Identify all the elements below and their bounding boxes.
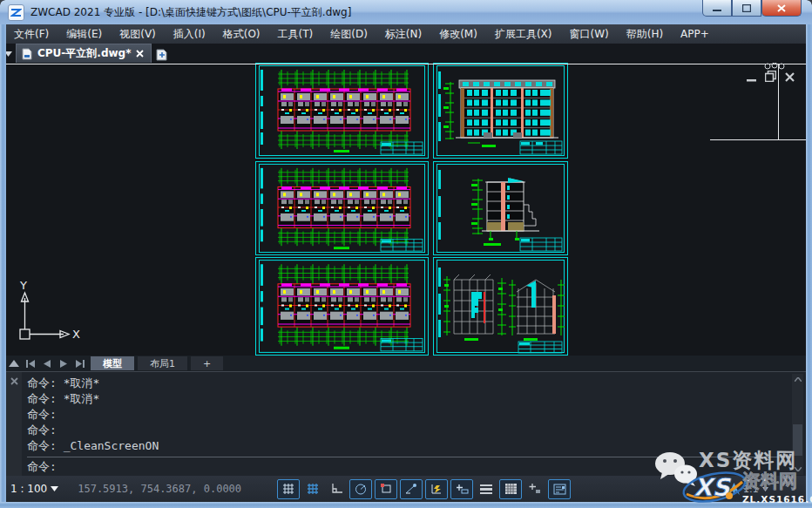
- coordinates-readout: 157.5913, 754.3687, 0.0000: [78, 483, 241, 495]
- annotation-person-icon: [728, 483, 740, 495]
- document-tab-label: CPU-平立剖.dwg*: [37, 46, 131, 61]
- menu-window[interactable]: 窗口(W): [560, 25, 617, 44]
- command-line: 命令:: [27, 423, 787, 438]
- viewport-scale-value: 1 : 100: [10, 483, 47, 495]
- document-tab-active[interactable]: CPU-平立剖.dwg*: [16, 44, 152, 63]
- quick-properties-toggle-icon[interactable]: [524, 480, 545, 498]
- transparency-toggle-icon[interactable]: [499, 479, 522, 499]
- menu-modify[interactable]: 修改(M): [430, 25, 486, 44]
- window-border-right: [806, 24, 812, 502]
- menu-file[interactable]: 文件(F): [5, 25, 58, 44]
- menu-view[interactable]: 视图(V): [111, 25, 165, 44]
- window-title: ZWCAD 2021 专业版 - [D:\桌面快捷键方式\图纸\CPU-平立剖.…: [30, 5, 351, 20]
- window-border-left: [0, 24, 6, 502]
- ortho-toggle-icon[interactable]: [326, 480, 347, 498]
- polar-toggle-icon[interactable]: [349, 479, 372, 499]
- zwcad-logo-icon: [8, 4, 24, 21]
- close-button[interactable]: [761, 0, 802, 17]
- command-separator: [27, 457, 787, 457]
- grid-toggle-icon[interactable]: [302, 480, 323, 498]
- last-tab-icon[interactable]: [72, 357, 87, 369]
- panel-floor-plan-2: [255, 161, 429, 255]
- osnap-toggle-icon[interactable]: [375, 479, 397, 499]
- svg-text:X: X: [72, 328, 80, 341]
- document-tab-bar: CPU-平立剖.dwg*: [0, 44, 812, 63]
- menu-edit[interactable]: 编辑(E): [58, 25, 111, 44]
- panel-front-elevation: [433, 63, 568, 159]
- scale-dropdown-icon: [51, 486, 58, 491]
- panel-stair-sections: [433, 257, 568, 356]
- snap-toggle-icon[interactable]: [277, 479, 300, 499]
- workspace-toggle-icon[interactable]: [548, 479, 571, 499]
- expand-tabs-icon[interactable]: [6, 357, 21, 369]
- menu-insert[interactable]: 插入(I): [165, 25, 214, 44]
- tab-add-layout[interactable]: +: [191, 356, 223, 370]
- prev-tab-icon[interactable]: [39, 357, 54, 369]
- mdi-minimize-icon[interactable]: [745, 71, 758, 82]
- scroll-up-icon[interactable]: [792, 374, 803, 385]
- title-bar[interactable]: ZWCAD 2021 专业版 - [D:\桌面快捷键方式\图纸\CPU-平立剖.…: [0, 0, 812, 25]
- tab-layout1[interactable]: 布局1: [138, 356, 187, 370]
- zwcad-window: ZWCAD 2021 专业版 - [D:\桌面快捷键方式\图纸\CPU-平立剖.…: [0, 0, 812, 508]
- mdi-close-icon[interactable]: [783, 71, 796, 82]
- menu-help[interactable]: 帮助(H): [618, 25, 672, 44]
- menu-bar: 文件(F) 编辑(E) 视图(V) 插入(I) 格式(O) 工具(T) 绘图(D…: [0, 24, 812, 44]
- command-scrollbar[interactable]: [792, 374, 803, 475]
- menu-tools[interactable]: 工具(T): [269, 25, 322, 44]
- command-line: 命令: *取消*: [27, 376, 787, 391]
- svg-text:Y: Y: [19, 279, 27, 292]
- crosshair-horizontal-line: [6, 64, 806, 64]
- otrack-toggle-icon[interactable]: [400, 479, 423, 499]
- scrollbar-thumb[interactable]: [793, 424, 802, 456]
- command-line: 命令: *取消*: [27, 391, 787, 407]
- command-window-strip: [6, 372, 22, 477]
- panel-floor-plan-3: [255, 257, 429, 356]
- mdi-window-controls: [745, 71, 796, 82]
- drawing-canvas[interactable]: Y X: [6, 63, 806, 356]
- command-line: 命令:: [27, 407, 787, 423]
- new-tab-button[interactable]: [152, 45, 173, 63]
- annotation-dropdown-icon: [762, 487, 768, 491]
- menu-format[interactable]: 格式(O): [214, 25, 269, 44]
- viewport-scale-control[interactable]: 1 : 100: [10, 483, 58, 495]
- panel-floor-plan-1: [255, 63, 429, 159]
- command-window[interactable]: 命令: *取消* 命令: *取消* 命令: 命令: 命令: _CleanScre…: [6, 371, 806, 477]
- command-history: 命令: *取消* 命令: *取消* 命令: 命令: 命令: _CleanScre…: [27, 376, 787, 475]
- grip-circles-icon: [764, 63, 787, 70]
- annotation-scale-control[interactable]: 1:1: [728, 483, 768, 495]
- layout-tab-bar: 模型 布局1 +: [6, 356, 806, 371]
- menu-dimension[interactable]: 标注(N): [376, 25, 430, 44]
- command-prompt[interactable]: 命令:: [27, 459, 787, 475]
- first-tab-icon[interactable]: [23, 357, 37, 369]
- tab-close-icon[interactable]: [136, 50, 144, 58]
- scroll-down-icon[interactable]: [792, 464, 803, 475]
- menu-app-plus[interactable]: APP+: [672, 26, 718, 42]
- menu-draw[interactable]: 绘图(D): [321, 25, 376, 44]
- dynamic-ucs-toggle-icon[interactable]: [425, 479, 448, 499]
- minimize-button[interactable]: [702, 0, 732, 17]
- command-close-icon[interactable]: [10, 377, 18, 385]
- status-toggle-group: [277, 479, 571, 499]
- command-line: 命令: _CleanScreenON: [27, 438, 787, 454]
- crosshair-horizontal-line-2: [710, 139, 806, 140]
- annotation-scale-value: 1:1: [743, 484, 759, 495]
- menu-express-tools[interactable]: 扩展工具(X): [486, 25, 561, 44]
- panel-cross-section: [433, 161, 568, 255]
- status-bar: 1 : 100 157.5913, 754.3687, 0.0000 1:1: [0, 476, 812, 502]
- ucs-icon: Y X: [10, 279, 81, 354]
- dwg-file-icon: [22, 48, 32, 60]
- dynamic-input-toggle-icon[interactable]: [450, 479, 473, 499]
- mdi-restore-icon[interactable]: [764, 71, 777, 82]
- tab-model[interactable]: 模型: [91, 356, 134, 370]
- lineweight-toggle-icon[interactable]: [476, 480, 497, 498]
- next-tab-icon[interactable]: [56, 357, 71, 369]
- window-border-bottom: [0, 502, 812, 508]
- restore-button[interactable]: [732, 0, 761, 17]
